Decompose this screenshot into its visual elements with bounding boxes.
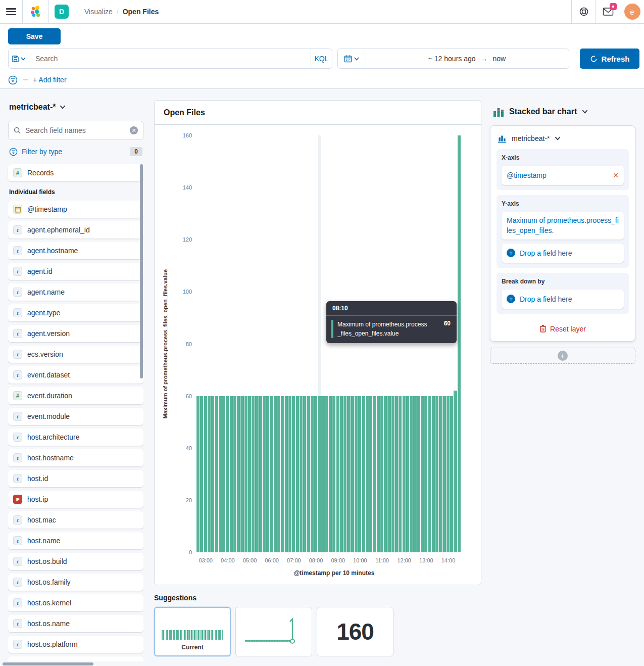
filter-by-type-button[interactable]: Filter by type	[22, 148, 62, 156]
bar[interactable]	[395, 396, 398, 552]
clear-search-icon[interactable]: ✕	[130, 126, 138, 134]
kql-switch[interactable]: KQL	[311, 49, 332, 69]
bar[interactable]	[424, 396, 427, 552]
refresh-button[interactable]: Refresh	[580, 49, 639, 69]
bar[interactable]	[343, 396, 346, 552]
suggestion-line-chart[interactable]	[235, 607, 312, 656]
bar[interactable]	[285, 396, 288, 552]
field-item-host.ip[interactable]: IPhost.ip	[8, 491, 143, 508]
bar[interactable]	[277, 396, 280, 552]
bar[interactable]	[270, 396, 273, 552]
bar[interactable]	[439, 396, 442, 552]
bar[interactable]	[403, 396, 406, 552]
bar[interactable]	[369, 396, 372, 552]
bar[interactable]	[410, 396, 413, 552]
bar[interactable]	[450, 396, 453, 552]
bar[interactable]	[377, 396, 380, 552]
chart-type-switcher[interactable]: Stacked bar chart	[493, 106, 635, 117]
bar[interactable]	[373, 396, 376, 552]
bar[interactable]	[321, 396, 324, 552]
bar[interactable]	[380, 396, 383, 552]
field-item-host.mac[interactable]: thost.mac	[8, 511, 143, 529]
field-item-agent.type[interactable]: tagent.type	[8, 304, 143, 321]
add-filter-button[interactable]: + Add filter	[33, 76, 67, 84]
index-pattern-switcher[interactable]: metricbeat-*	[9, 103, 143, 112]
bar[interactable]	[332, 396, 335, 552]
user-menu-button[interactable]: e	[620, 0, 644, 23]
help-button[interactable]	[571, 0, 596, 23]
field-item-host.name[interactable]: thost.name	[8, 532, 143, 549]
bar[interactable]	[292, 396, 295, 552]
field-item-host.os.platform[interactable]: thost.os.platform	[8, 636, 143, 653]
field-item-event.duration[interactable]: #event.duration	[8, 387, 143, 404]
bar[interactable]	[384, 396, 387, 552]
bar[interactable]	[233, 396, 236, 552]
bar[interactable]	[274, 396, 277, 552]
bar[interactable]	[248, 396, 251, 552]
field-item-event.dataset[interactable]: tevent.dataset	[8, 366, 143, 384]
bar[interactable]	[219, 396, 222, 552]
bar[interactable]	[399, 396, 402, 552]
bar[interactable]	[252, 396, 255, 552]
bar[interactable]	[435, 396, 438, 552]
elastic-logo[interactable]	[22, 0, 48, 23]
bar[interactable]	[244, 396, 247, 552]
bar[interactable]	[417, 396, 420, 552]
bar[interactable]	[215, 396, 218, 552]
bar[interactable]	[314, 396, 317, 552]
bar[interactable]	[318, 396, 321, 552]
field-item-host.os.name[interactable]: thost.os.name	[8, 615, 143, 632]
bar[interactable]	[366, 396, 369, 552]
quick-select-button[interactable]	[338, 49, 365, 68]
bar[interactable]	[208, 396, 211, 552]
bar[interactable]	[358, 396, 361, 552]
field-item-agent.name[interactable]: tagent.name	[8, 283, 143, 301]
bar[interactable]	[387, 396, 390, 552]
bar[interactable]	[300, 396, 303, 552]
bar[interactable]	[428, 396, 431, 552]
bar[interactable]	[204, 396, 207, 552]
bar[interactable]	[222, 396, 225, 552]
bar[interactable]	[391, 396, 394, 552]
bar[interactable]	[329, 396, 332, 552]
bar[interactable]	[336, 396, 339, 552]
field-item-host.architecture[interactable]: thost.architecture	[8, 429, 143, 446]
bar[interactable]	[443, 396, 446, 552]
time-range[interactable]: ~ 12 hours ago → now	[365, 49, 569, 68]
x-axis-dimension[interactable]: @timestamp ✕	[502, 166, 624, 185]
field-item-agent.ephemeral_id[interactable]: tagent.ephemeral_id	[8, 221, 143, 239]
field-item-event.module[interactable]: tevent.module	[8, 408, 143, 425]
field-item-host.id[interactable]: thost.id	[8, 470, 143, 487]
bar[interactable]	[240, 396, 243, 552]
bar[interactable]	[421, 396, 424, 552]
layer-index-pattern-switcher[interactable]: metricbeat-*	[497, 132, 629, 149]
menu-button[interactable]	[0, 0, 22, 23]
bar[interactable]	[355, 396, 358, 552]
bar[interactable]	[263, 396, 266, 552]
bar[interactable]	[362, 396, 365, 552]
saved-query-button[interactable]	[8, 49, 29, 69]
suggestion-metric[interactable]: 160	[317, 607, 393, 656]
bar[interactable]	[211, 396, 214, 552]
bar[interactable]	[351, 396, 354, 552]
bar[interactable]	[347, 396, 350, 552]
field-search-input[interactable]	[25, 126, 126, 134]
field-item-host.os.build[interactable]: thost.os.build	[8, 553, 143, 570]
bar[interactable]	[340, 396, 343, 552]
bar[interactable]	[259, 396, 262, 552]
breadcrumb-visualize[interactable]: Visualize	[84, 8, 113, 16]
field-item-host.hostname[interactable]: thost.hostname	[8, 449, 143, 466]
field-item-@timestamp[interactable]: @timestamp	[8, 201, 143, 218]
bar[interactable]	[230, 396, 233, 552]
suggestion-current[interactable]: Current	[154, 607, 231, 656]
reset-layer-button[interactable]: Reset layer	[497, 319, 629, 335]
field-item-partial[interactable]	[8, 656, 143, 661]
bar[interactable]	[432, 396, 435, 552]
bar[interactable]	[255, 396, 258, 552]
y-axis-dimension[interactable]: Maximum of prometheus.process_files_open…	[502, 212, 624, 240]
bar[interactable]	[303, 396, 306, 552]
bar[interactable]	[200, 396, 203, 552]
bar[interactable]	[237, 396, 240, 552]
search-input[interactable]	[35, 55, 305, 63]
bar[interactable]	[196, 396, 200, 552]
